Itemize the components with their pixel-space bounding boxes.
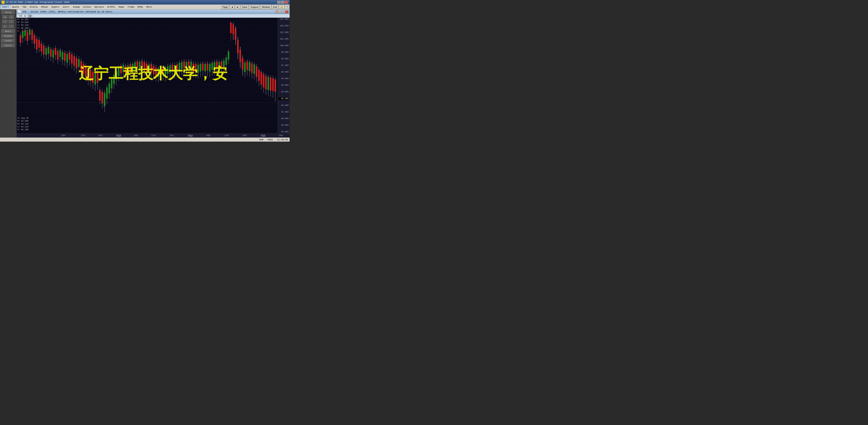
chart-maximize-button[interactable]: □ xyxy=(282,10,285,13)
remove-icon[interactable]: ⊟ xyxy=(8,25,14,29)
menu-quote[interactable]: Quote xyxy=(10,5,21,9)
menu-trade[interactable]: Trade xyxy=(126,5,136,9)
svg-rect-155 xyxy=(165,68,166,75)
chart-icon: 📈 xyxy=(18,10,21,13)
chart-high: H= 92.820 xyxy=(17,21,28,24)
rescl-button[interactable]: ReScl xyxy=(1,29,15,33)
menu-snapq[interactable]: SnapQ xyxy=(71,5,81,9)
chart-container[interactable]: 📈 DXE - Dollar Index (ICE), Weekly Conti… xyxy=(17,9,289,137)
menu-ts[interactable]: T&S xyxy=(21,5,28,9)
svg-rect-139 xyxy=(146,64,148,72)
svg-rect-137 xyxy=(144,62,145,70)
next-button[interactable]: ► xyxy=(235,5,240,9)
print-icon[interactable]: 🖨 xyxy=(2,15,8,19)
svg-rect-205 xyxy=(223,61,225,68)
menu-allcon[interactable]: AllCon xyxy=(81,5,93,9)
svg-rect-195 xyxy=(211,63,213,70)
page-button[interactable]: Page xyxy=(221,5,229,9)
svg-rect-63 xyxy=(57,51,59,60)
svg-rect-71 xyxy=(66,54,68,63)
svg-rect-83 xyxy=(81,61,82,71)
time-jan19: |Jan xyxy=(188,135,193,137)
svg-rect-75 xyxy=(71,55,73,64)
tab-dxe1w[interactable]: DXE.1W xyxy=(17,14,28,18)
add-icon[interactable]: ⊞ xyxy=(2,25,8,29)
svg-rect-125 xyxy=(129,64,131,72)
dot: • xyxy=(8,70,9,72)
svg-rect-41 xyxy=(31,30,33,40)
chart-close-button[interactable]: ✕ xyxy=(285,10,288,13)
svg-rect-127 xyxy=(132,64,133,71)
svg-rect-181 xyxy=(195,64,196,72)
svg-rect-221 xyxy=(242,58,243,70)
menu-alert[interactable]: Alert xyxy=(61,5,71,9)
svg-rect-141 xyxy=(148,64,150,73)
expand-icon[interactable]: ⊞ xyxy=(2,20,8,24)
lock-button[interactable]: 🔒 xyxy=(279,5,285,9)
chart-minimize-button[interactable]: — xyxy=(278,10,281,13)
svg-rect-233 xyxy=(256,66,257,77)
price-99: 99.000 xyxy=(278,51,289,54)
chart-tabs: DXE.1W W xyxy=(17,14,289,18)
price-89: 89.000 xyxy=(278,124,289,126)
list-button[interactable]: <list> xyxy=(1,43,15,47)
maximize-button[interactable]: □ xyxy=(281,1,284,4)
main-area: Setup 🖨 ✉ ⊞ ⊟ ⊞ ⊟ ReScl Studies <IntD> <… xyxy=(0,9,289,137)
svg-rect-39 xyxy=(29,29,31,35)
prev-button[interactable]: ◄ xyxy=(229,5,235,9)
price-97: 97.000 xyxy=(278,64,289,67)
menu-chart[interactable]: Chart xyxy=(0,5,10,9)
dot: • xyxy=(8,77,9,79)
svg-rect-43 xyxy=(34,35,35,44)
support-button[interactable]: Support xyxy=(249,5,260,9)
window-button[interactable]: Window xyxy=(260,5,271,9)
menu-mscan[interactable]: MScan xyxy=(39,5,50,9)
menu-more[interactable]: More xyxy=(145,5,153,9)
menu-rfqs[interactable]: RFQs xyxy=(136,5,145,9)
setup-button[interactable]: Setup xyxy=(1,10,15,14)
minimize-button[interactable]: — xyxy=(277,1,281,4)
help-button[interactable]: ? xyxy=(285,5,289,9)
svg-rect-117 xyxy=(120,66,122,73)
svg-rect-95 xyxy=(94,72,96,85)
svg-rect-31 xyxy=(20,35,21,43)
intd-button[interactable]: <IntD> xyxy=(1,39,15,43)
svg-rect-199 xyxy=(216,61,218,68)
sidebar-icon-row-3: ⊞ ⊟ xyxy=(2,25,14,29)
svg-rect-245 xyxy=(270,77,272,91)
svg-rect-87 xyxy=(85,66,87,76)
svg-rect-131 xyxy=(136,61,138,68)
time-axis: |Apr |Jul |Oct 2018 |Jan |Apr |Jul |Oct … xyxy=(17,133,289,137)
dot: • xyxy=(8,80,9,83)
menu-ordtkt[interactable]: OrdTkt xyxy=(105,5,117,9)
price-101: 101.000 xyxy=(278,38,289,40)
dot: • xyxy=(8,63,9,65)
chart-pin-button[interactable]: 📌 xyxy=(275,10,278,13)
svg-rect-47 xyxy=(38,40,40,47)
exit-button[interactable]: Exit xyxy=(272,5,278,9)
menu-supsrv[interactable]: SupSrv xyxy=(50,5,61,9)
svg-rect-173 xyxy=(186,62,187,70)
time-jan18: |Jan xyxy=(116,135,121,137)
svg-rect-99 xyxy=(99,90,101,101)
price-102: 102.000 xyxy=(278,31,289,34)
svg-rect-97 xyxy=(97,71,98,83)
tab-w[interactable]: W xyxy=(28,14,32,18)
studies-button[interactable]: Studies xyxy=(1,34,15,38)
email-icon[interactable]: ✉ xyxy=(8,15,14,19)
dot: • xyxy=(8,60,9,61)
svg-rect-149 xyxy=(158,68,159,77)
menu-news[interactable]: News xyxy=(117,5,126,9)
menu-options[interactable]: Options xyxy=(93,5,105,9)
close-button[interactable]: ✕ xyxy=(285,1,288,4)
price-91: 91.000 xyxy=(278,111,289,113)
svg-rect-69 xyxy=(64,53,66,61)
svg-rect-179 xyxy=(193,64,194,72)
time-jan20: |Jan xyxy=(260,135,266,137)
chart-delta: Δ= -0.552 xyxy=(17,30,28,33)
svg-rect-49 xyxy=(41,44,42,51)
window-controls[interactable]: — □ ✕ xyxy=(277,1,288,4)
menu-status[interactable]: Status xyxy=(28,5,40,9)
collapse-icon[interactable]: ⊟ xyxy=(8,20,14,24)
save-button[interactable]: Save xyxy=(241,5,249,9)
